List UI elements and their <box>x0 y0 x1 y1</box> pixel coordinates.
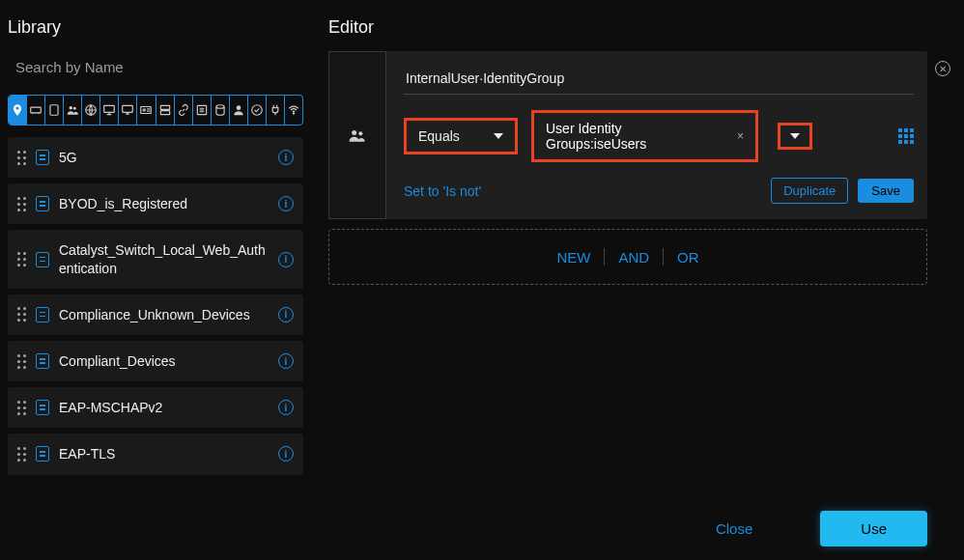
svg-rect-5 <box>104 105 115 112</box>
operator-select[interactable]: Equals <box>404 118 518 154</box>
server-icon[interactable] <box>156 96 175 125</box>
document-icon <box>36 150 49 165</box>
document-icon <box>36 353 49 369</box>
editor-title: Editor <box>328 17 927 38</box>
close-icon[interactable]: ✕ <box>935 61 950 76</box>
info-icon[interactable]: i <box>278 307 294 322</box>
duplicate-button[interactable]: Duplicate <box>771 178 848 204</box>
svg-rect-1 <box>50 105 58 116</box>
drag-handle-icon[interactable] <box>17 354 26 369</box>
tablet-icon[interactable] <box>45 96 64 125</box>
close-button[interactable]: Close <box>716 520 752 537</box>
chevron-down-icon <box>790 133 800 139</box>
library-list: 5G i BYOD_is_Registered i Catalyst_Switc… <box>8 137 303 475</box>
actions-row: Set to 'Is not' Duplicate Save <box>404 178 914 204</box>
list-item[interactable]: EAP-MSCHAPv2 i <box>8 387 303 428</box>
controls-row: Equals User Identity Groups:iseUsers × <box>404 110 914 162</box>
library-item-label: BYOD_is_Registered <box>59 195 269 212</box>
svg-rect-10 <box>160 111 169 115</box>
group-icon[interactable] <box>64 96 82 125</box>
group-icon <box>348 128 367 142</box>
condition-type-badge <box>328 51 386 219</box>
network-card-icon[interactable] <box>27 96 45 125</box>
document-icon <box>36 252 49 267</box>
document-icon <box>36 400 49 415</box>
new-condition-button[interactable]: NEW <box>556 249 590 266</box>
set-is-not-link[interactable]: Set to 'Is not' <box>404 183 481 199</box>
and-operator-button[interactable]: AND <box>618 249 649 266</box>
library-item-label: Catalyst_Switch_Local_Web_Authentication <box>59 241 269 276</box>
list-item[interactable]: BYOD_is_Registered i <box>8 183 303 224</box>
info-icon[interactable]: i <box>278 196 294 211</box>
id-card-icon[interactable] <box>137 96 156 125</box>
location-icon[interactable] <box>9 96 27 125</box>
grid-view-icon[interactable] <box>898 128 914 144</box>
value-select[interactable]: User Identity Groups:iseUsers × <box>531 110 758 162</box>
library-panel: Library 5G i <box>0 0 311 560</box>
library-item-label: 5G <box>59 149 269 166</box>
value-text: User Identity Groups:iseUsers <box>546 121 725 152</box>
library-item-label: Compliant_Devices <box>59 352 269 370</box>
info-icon[interactable]: i <box>278 446 294 462</box>
database-icon[interactable] <box>212 96 230 125</box>
info-icon[interactable]: i <box>278 150 294 165</box>
footer-actions: Close Use <box>716 511 927 546</box>
library-item-label: EAP-TLS <box>59 445 269 462</box>
attribute-field[interactable]: InternalUser·IdentityGroup <box>404 65 914 95</box>
svg-point-12 <box>216 105 224 109</box>
list-item[interactable]: Compliant_Devices i <box>8 341 303 381</box>
document-icon <box>36 446 49 462</box>
svg-point-8 <box>144 109 146 111</box>
list-icon[interactable] <box>193 96 212 125</box>
divider <box>663 248 664 266</box>
wifi-icon[interactable] <box>285 96 302 125</box>
search-input[interactable] <box>8 51 303 83</box>
drag-handle-icon[interactable] <box>17 401 26 415</box>
library-item-label: Compliance_Unknown_Devices <box>59 306 269 323</box>
chevron-down-icon <box>494 133 503 139</box>
filter-icon-row <box>8 95 303 126</box>
link-icon[interactable] <box>175 96 193 125</box>
info-icon[interactable]: i <box>278 353 294 369</box>
drag-handle-icon[interactable] <box>17 197 26 211</box>
editor-panel: Editor ✕ InternalUser·IdentityGroup Equa… <box>311 0 964 560</box>
svg-point-16 <box>352 130 356 135</box>
globe-icon[interactable] <box>82 96 100 125</box>
clear-value-icon[interactable]: × <box>737 129 744 143</box>
plug-icon[interactable] <box>267 96 285 125</box>
value-dropdown-toggle[interactable] <box>778 123 812 150</box>
drag-handle-icon[interactable] <box>17 307 26 322</box>
list-item[interactable]: EAP-TLS i <box>8 434 303 474</box>
editor-body: ✕ InternalUser·IdentityGroup Equals <box>328 51 927 285</box>
drag-handle-icon[interactable] <box>17 447 26 462</box>
svg-point-13 <box>236 105 241 110</box>
svg-point-15 <box>293 113 294 114</box>
info-icon[interactable]: i <box>278 252 294 267</box>
list-item[interactable]: Catalyst_Switch_Local_Web_Authentication… <box>8 230 303 288</box>
logic-operator-row: NEW AND OR <box>328 229 927 285</box>
list-item[interactable]: Compliance_Unknown_Devices i <box>8 294 303 335</box>
desktop-icon[interactable] <box>119 96 137 125</box>
svg-point-2 <box>70 106 73 110</box>
save-button[interactable]: Save <box>858 179 914 203</box>
check-circle-icon[interactable] <box>248 96 267 125</box>
document-icon <box>36 307 49 322</box>
monitor-icon[interactable] <box>100 96 119 125</box>
or-operator-button[interactable]: OR <box>677 249 699 266</box>
use-button[interactable]: Use <box>820 511 927 546</box>
svg-point-17 <box>358 131 362 135</box>
svg-point-14 <box>252 105 263 116</box>
document-icon <box>36 196 49 211</box>
list-item[interactable]: 5G i <box>8 137 303 178</box>
operator-value: Equals <box>418 128 460 144</box>
drag-handle-icon[interactable] <box>17 151 26 165</box>
condition-block: InternalUser·IdentityGroup Equals User I… <box>328 51 927 219</box>
svg-point-3 <box>73 107 76 110</box>
user-icon[interactable] <box>230 96 248 125</box>
svg-rect-9 <box>160 105 169 109</box>
library-item-label: EAP-MSCHAPv2 <box>59 399 269 416</box>
info-icon[interactable]: i <box>278 400 294 415</box>
drag-handle-icon[interactable] <box>17 252 26 266</box>
library-title: Library <box>8 17 303 38</box>
condition-content: InternalUser·IdentityGroup Equals User I… <box>404 51 927 219</box>
